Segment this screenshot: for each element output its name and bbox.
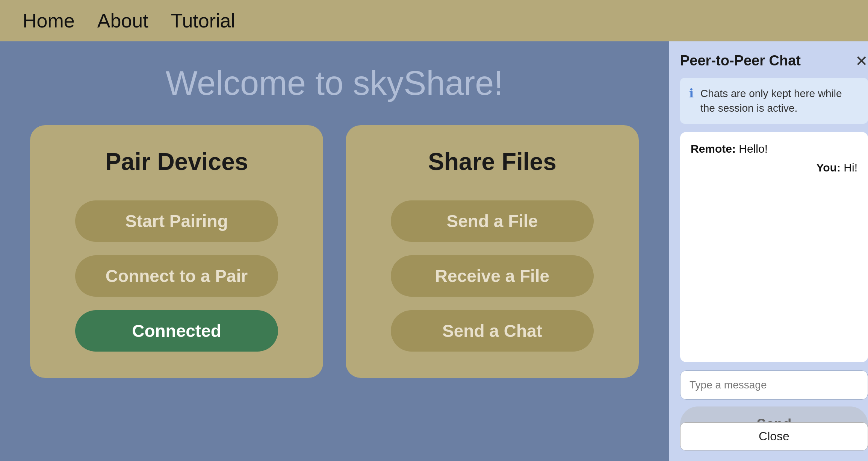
share-files-card: Share Files Send a File Receive a File S… — [346, 125, 639, 378]
connected-button[interactable]: Connected — [75, 310, 278, 352]
content-area: Welcome to skyShare! Pair Devices Start … — [0, 41, 669, 461]
cards-row: Pair Devices Start Pairing Connect to a … — [30, 125, 639, 378]
chat-header: Peer-to-Peer Chat ✕ — [680, 53, 868, 69]
chat-panel: Peer-to-Peer Chat ✕ ℹ Chats are only kep… — [669, 41, 868, 461]
chat-message: Remote: Hello! — [691, 143, 857, 155]
send-file-button[interactable]: Send a File — [391, 200, 594, 242]
main-area: Welcome to skyShare! Pair Devices Start … — [0, 41, 868, 461]
chat-info-box: ℹ Chats are only kept here while the ses… — [680, 78, 868, 124]
chat-message: You: Hi! — [691, 161, 857, 174]
chat-messages: Remote: Hello!You: Hi! — [680, 132, 868, 362]
chat-panel-title: Peer-to-Peer Chat — [680, 53, 801, 69]
nav-tutorial[interactable]: Tutorial — [171, 9, 235, 32]
start-pairing-button[interactable]: Start Pairing — [75, 200, 278, 242]
chat-input[interactable] — [680, 370, 868, 400]
welcome-title: Welcome to skyShare! — [166, 64, 504, 103]
send-chat-button[interactable]: Send a Chat — [391, 310, 594, 352]
nav-about[interactable]: About — [97, 9, 148, 32]
nav-home[interactable]: Home — [23, 9, 75, 32]
receive-file-button[interactable]: Receive a File — [391, 255, 594, 297]
navbar: Home About Tutorial — [0, 0, 868, 41]
pair-devices-card: Pair Devices Start Pairing Connect to a … — [30, 125, 323, 378]
close-button[interactable]: Close — [680, 422, 868, 450]
info-icon: ℹ — [689, 86, 694, 100]
connect-to-pair-button[interactable]: Connect to a Pair — [75, 255, 278, 297]
chat-info-text: Chats are only kept here while the sessi… — [700, 86, 859, 115]
close-icon[interactable]: ✕ — [855, 53, 868, 68]
pair-devices-title: Pair Devices — [105, 148, 248, 176]
share-files-title: Share Files — [428, 148, 556, 176]
